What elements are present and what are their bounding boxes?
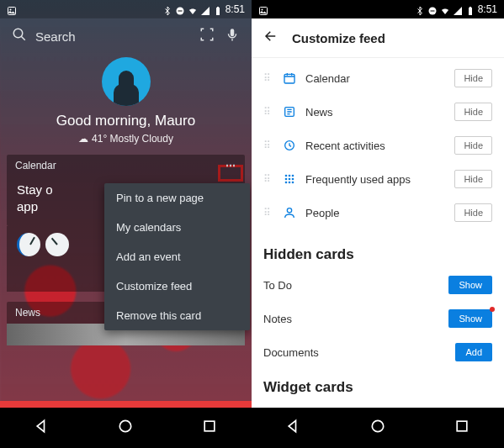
menu-pin[interactable]: Pin to a new page: [104, 183, 250, 213]
feed-item-freq-apps[interactable]: ⠿ Frequently used apps Hide: [263, 162, 492, 196]
show-button[interactable]: Show: [448, 276, 492, 294]
phone-right: 8:51 Customize feed ⠿ Calendar Hide ⠿ Ne…: [252, 0, 504, 448]
news-icon: [282, 104, 297, 119]
hidden-label: Notes: [263, 313, 292, 325]
weather-icon: ☁: [78, 133, 88, 145]
status-time: 8:51: [478, 3, 497, 15]
feed-label: Frequently used apps: [305, 173, 446, 186]
svg-rect-9: [204, 421, 215, 431]
avatar[interactable]: [102, 57, 151, 106]
scan-icon[interactable]: [199, 27, 215, 45]
show-button[interactable]: Show: [448, 309, 492, 328]
menu-my-calendars[interactable]: My calendars: [104, 213, 250, 242]
feed-list: ⠿ Calendar Hide ⠿ News Hide ⠿ Recent act…: [252, 58, 504, 236]
clock-icon: [45, 233, 69, 256]
feed-item-people[interactable]: ⠿ People Hide: [263, 196, 492, 229]
nav-home-icon[interactable]: [117, 418, 134, 438]
svg-rect-13: [430, 11, 434, 12]
hide-button[interactable]: Hide: [454, 69, 492, 87]
feed-item-news[interactable]: ⠿ News Hide: [263, 95, 492, 129]
android-navbar: [0, 408, 252, 448]
battery-icon: [465, 4, 475, 14]
back-icon[interactable]: [263, 29, 279, 47]
hide-button[interactable]: Hide: [454, 103, 492, 121]
search-icon: [12, 27, 27, 45]
widget-cards-title: Widget cards: [252, 369, 504, 401]
svg-rect-5: [217, 7, 219, 8]
menu-add-event[interactable]: Add an event: [104, 242, 250, 271]
svg-point-25: [285, 182, 288, 184]
nav-recent-icon[interactable]: [201, 418, 218, 438]
hidden-cards-title: Hidden cards: [252, 236, 504, 268]
svg-point-27: [292, 182, 294, 184]
android-navbar: [252, 408, 504, 448]
svg-rect-16: [284, 74, 294, 83]
wifi-icon: [188, 4, 198, 14]
calendar-icon: [282, 71, 297, 86]
feed-item-recent[interactable]: ⠿ Recent activities Hide: [263, 129, 492, 162]
mic-icon[interactable]: [225, 27, 240, 45]
dnd-icon: [427, 4, 438, 14]
feed-label: Calendar: [305, 72, 446, 85]
hidden-label: To Do: [263, 279, 292, 292]
menu-customize-feed[interactable]: Customize feed: [104, 271, 250, 301]
battery-icon: [213, 4, 223, 14]
hidden-label: Documents: [263, 346, 319, 359]
apps-icon: [282, 171, 297, 187]
phone-left: 8:51 Search Good morning, Mauro ☁ 41° Mo…: [0, 0, 252, 448]
svg-point-6: [13, 29, 23, 38]
drag-handle-icon[interactable]: ⠿: [263, 109, 273, 114]
recent-icon: [282, 138, 297, 153]
svg-rect-14: [469, 8, 472, 15]
svg-point-28: [287, 208, 291, 213]
people-icon: [282, 205, 297, 220]
hidden-item-todo: To Do Show: [263, 268, 492, 302]
calendar-card-title: Calendar: [15, 160, 56, 171]
drag-handle-icon[interactable]: ⠿: [263, 177, 273, 182]
context-menu: Pin to a new page My calendars Add an ev…: [104, 183, 250, 330]
hide-button[interactable]: Hide: [454, 136, 492, 155]
greeting-text: Good morning, Mauro: [0, 113, 252, 129]
feed-label: News: [305, 106, 446, 119]
add-button[interactable]: Add: [455, 343, 492, 361]
svg-point-19: [285, 175, 288, 177]
status-time: 8:51: [225, 3, 245, 15]
hero: Good morning, Mauro ☁ 41° Mostly Cloudy: [0, 57, 252, 145]
clock-icon: [17, 233, 40, 256]
menu-remove-card[interactable]: Remove this card: [104, 301, 250, 330]
svg-point-20: [289, 175, 291, 177]
search-bar[interactable]: Search: [0, 18, 252, 54]
feed-item-calendar[interactable]: ⠿ Calendar Hide: [263, 61, 492, 95]
dnd-icon: [175, 4, 185, 14]
status-bar: 8:51: [0, 0, 252, 18]
drag-handle-icon[interactable]: ⠿: [263, 76, 273, 81]
nav-recent-icon[interactable]: [454, 418, 470, 438]
signal-icon: [453, 4, 463, 14]
drag-handle-icon[interactable]: ⠿: [263, 210, 273, 215]
card-more-icon[interactable]: ⋯: [225, 160, 236, 171]
svg-point-23: [289, 178, 291, 181]
bluetooth-icon: [162, 4, 172, 14]
bluetooth-icon: [415, 4, 425, 14]
page-header: Customize feed: [252, 18, 504, 58]
svg-point-21: [292, 175, 294, 177]
status-bar: 8:51: [252, 0, 504, 18]
svg-rect-3: [178, 11, 182, 12]
nav-back-icon[interactable]: [34, 418, 50, 438]
red-accent-bar: [0, 401, 252, 408]
svg-point-29: [372, 420, 383, 431]
drag-handle-icon[interactable]: ⠿: [263, 143, 273, 148]
nav-home-icon[interactable]: [369, 418, 386, 438]
search-placeholder: Search: [35, 29, 191, 44]
hide-button[interactable]: Hide: [454, 170, 492, 188]
gallery-icon: [7, 4, 17, 14]
feed-label: People: [305, 207, 446, 219]
svg-point-26: [289, 182, 291, 184]
hidden-item-documents: Documents Add: [263, 335, 492, 369]
svg-point-1: [10, 9, 12, 11]
hidden-item-notes: Notes Show: [263, 302, 492, 335]
svg-rect-7: [231, 29, 235, 36]
hidden-list: To Do Show Notes Show Documents Add: [252, 268, 504, 369]
nav-back-icon[interactable]: [285, 418, 302, 438]
hide-button[interactable]: Hide: [454, 203, 492, 222]
